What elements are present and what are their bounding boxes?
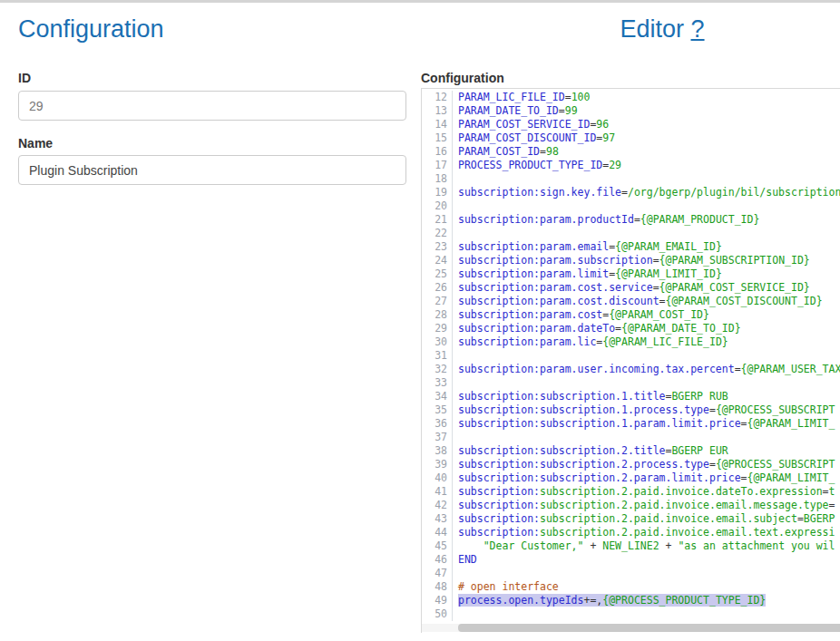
line-number: 38 bbox=[422, 444, 447, 458]
code-line bbox=[458, 349, 840, 363]
line-number: 42 bbox=[422, 499, 447, 512]
line-number: 43 bbox=[422, 512, 447, 526]
code-line: subscription:subscription.2.paid.invoice… bbox=[458, 499, 840, 512]
line-number: 35 bbox=[422, 403, 447, 417]
code-line: subscription:param.cost.service={@PARAM_… bbox=[458, 281, 840, 295]
config-editor[interactable]: 1213141516171819202122232425262728293031… bbox=[421, 88, 840, 633]
editor-lines[interactable]: PARAM_LIC_FILE_ID=100PARAM_DATE_TO_ID=99… bbox=[453, 91, 840, 621]
line-number: 18 bbox=[422, 172, 447, 186]
code-line: PROCESS_PRODUCT_TYPE_ID=29 bbox=[458, 159, 840, 172]
code-line: subscription:param.cost={@PARAM_COST_ID} bbox=[458, 308, 840, 322]
line-number: 44 bbox=[422, 526, 447, 539]
line-number: 45 bbox=[422, 539, 447, 553]
code-line: subscription:param.productId={@PARAM_PRO… bbox=[458, 213, 840, 227]
name-label: Name bbox=[18, 136, 53, 151]
code-line: subscription:subscription.1.title=BGERP … bbox=[458, 390, 840, 403]
editor-title: Editor ? bbox=[421, 15, 840, 43]
line-number: 21 bbox=[422, 213, 447, 227]
editor-horizontal-scrollbar[interactable] bbox=[422, 624, 840, 632]
line-number: 47 bbox=[422, 567, 447, 580]
line-number: 46 bbox=[422, 553, 447, 567]
line-number: 24 bbox=[422, 254, 447, 267]
code-line: process.open.typeIds+=,{@PROCESS_PRODUCT… bbox=[458, 594, 840, 607]
line-number: 23 bbox=[422, 240, 447, 254]
line-number: 29 bbox=[422, 322, 447, 335]
code-line: subscription:param.subscription={@PARAM_… bbox=[458, 254, 840, 267]
line-number: 20 bbox=[422, 199, 447, 213]
code-line: PARAM_LIC_FILE_ID=100 bbox=[458, 91, 840, 104]
code-line: subscription:subscription.2.paid.invoice… bbox=[458, 526, 840, 539]
line-number: 41 bbox=[422, 485, 447, 499]
editor-title-text: Editor bbox=[620, 15, 684, 43]
code-line bbox=[458, 199, 840, 213]
line-number: 39 bbox=[422, 458, 447, 471]
code-line: PARAM_COST_ID=98 bbox=[458, 145, 840, 159]
code-line: PARAM_COST_DISCOUNT_ID=97 bbox=[458, 131, 840, 145]
page: Configuration Editor ? ID Name Configura… bbox=[0, 0, 840, 641]
line-number: 33 bbox=[422, 376, 447, 390]
code-line: subscription:subscription.2.param.limit.… bbox=[458, 471, 840, 485]
line-number: 19 bbox=[422, 186, 447, 199]
line-number: 28 bbox=[422, 308, 447, 322]
editor-body: 1213141516171819202122232425262728293031… bbox=[422, 89, 840, 621]
line-number: 50 bbox=[422, 607, 447, 621]
code-line: subscription:param.user.incoming.tax.per… bbox=[458, 363, 840, 376]
code-line: subscription:subscription.1.process.type… bbox=[458, 403, 840, 417]
code-line: subscription:sign.key.file=/org/bgerp/pl… bbox=[458, 186, 840, 199]
line-number: 27 bbox=[422, 295, 447, 308]
line-number: 12 bbox=[422, 91, 447, 104]
code-line: PARAM_COST_SERVICE_ID=96 bbox=[458, 118, 840, 131]
code-line bbox=[458, 376, 840, 390]
code-line: "Dear Customer," + NEW_LINE2 + "as an at… bbox=[458, 539, 840, 553]
help-link[interactable]: ? bbox=[691, 15, 705, 43]
line-number: 22 bbox=[422, 227, 447, 240]
line-number: 34 bbox=[422, 390, 447, 403]
code-line bbox=[458, 172, 840, 186]
line-number: 15 bbox=[422, 131, 447, 145]
line-number: 40 bbox=[422, 471, 447, 485]
line-number: 48 bbox=[422, 580, 447, 594]
code-line: subscription:subscription.2.title=BGERP … bbox=[458, 444, 840, 458]
code-line: # open interface bbox=[458, 580, 840, 594]
code-line: subscription:param.lic={@PARAM_LIC_FILE_… bbox=[458, 335, 840, 349]
line-number: 30 bbox=[422, 335, 447, 349]
page-title: Configuration bbox=[18, 15, 164, 43]
line-number: 36 bbox=[422, 417, 447, 431]
code-line: subscription:param.limit={@PARAM_LIMIT_I… bbox=[458, 267, 840, 281]
code-line: subscription:param.cost.discount={@PARAM… bbox=[458, 295, 840, 308]
code-line: subscription:subscription.2.paid.invoice… bbox=[458, 485, 840, 499]
line-number: 37 bbox=[422, 431, 447, 444]
line-number: 31 bbox=[422, 349, 447, 363]
line-number: 32 bbox=[422, 363, 447, 376]
selected-text: process.open.typeIds+=,{@PROCESS_PRODUCT… bbox=[458, 594, 766, 607]
code-line: subscription:param.email={@PARAM_EMAIL_I… bbox=[458, 240, 840, 254]
line-number: 14 bbox=[422, 118, 447, 131]
code-line: subscription:subscription.2.paid.invoice… bbox=[458, 512, 840, 526]
code-line: PARAM_DATE_TO_ID=99 bbox=[458, 104, 840, 118]
line-number: 49 bbox=[422, 594, 447, 607]
code-line: subscription:subscription.2.process.type… bbox=[458, 458, 840, 471]
scrollbar-thumb[interactable] bbox=[458, 624, 840, 632]
configuration-label: Configuration bbox=[421, 71, 504, 85]
code-line: subscription:subscription.1.param.limit.… bbox=[458, 417, 840, 431]
id-label: ID bbox=[18, 71, 31, 85]
code-line bbox=[458, 431, 840, 444]
code-line bbox=[458, 607, 840, 621]
line-number: 26 bbox=[422, 281, 447, 295]
code-line: END bbox=[458, 553, 840, 567]
line-number: 17 bbox=[422, 159, 447, 172]
code-line bbox=[458, 567, 840, 580]
line-number: 13 bbox=[422, 104, 447, 118]
top-divider bbox=[0, 0, 840, 3]
id-field[interactable] bbox=[18, 91, 406, 121]
editor-gutter: 1213141516171819202122232425262728293031… bbox=[422, 91, 453, 621]
code-line bbox=[458, 227, 840, 240]
name-field[interactable] bbox=[18, 155, 406, 185]
line-number: 16 bbox=[422, 145, 447, 159]
line-number: 25 bbox=[422, 267, 447, 281]
code-line: subscription:param.dateTo={@PARAM_DATE_T… bbox=[458, 322, 840, 335]
